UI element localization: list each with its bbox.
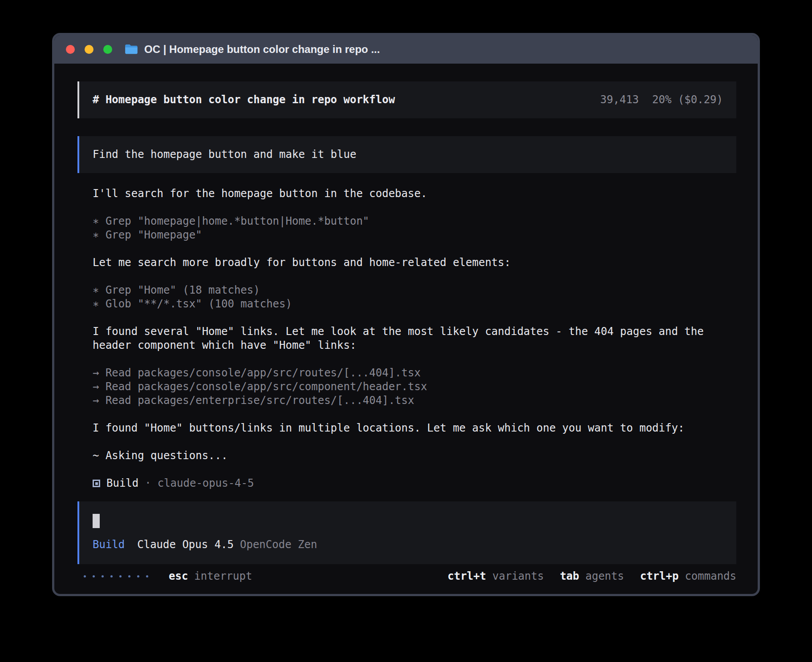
composer-model: Claude Opus 4.5 [137, 538, 234, 551]
spinner-dot [84, 575, 86, 577]
tool-call-grep: ∗ Grep "Home" (18 matches) [93, 283, 736, 297]
shortcut-key: tab [560, 569, 579, 583]
shortcut-variants: ctrl+t variants [447, 569, 544, 583]
prompt-input[interactable]: BuildClaude Opus 4.5OpenCode Zen [77, 501, 736, 564]
shortcut-esc: esc interrupt [169, 569, 252, 583]
terminal-window: OC | Homepage button color change in rep… [52, 33, 760, 596]
spinner-dot [137, 575, 139, 577]
spinner-dot [146, 575, 148, 577]
spinner [84, 575, 148, 577]
session-title: # Homepage button color change in repo w… [93, 93, 395, 107]
agent-name: Build [106, 476, 138, 490]
agent-icon [93, 480, 100, 487]
spinner-dot [128, 575, 130, 577]
shortcut-agents: tab agents [560, 569, 624, 583]
tool-call-glob: ∗ Glob "**/*.tsx" (100 matches) [93, 297, 736, 311]
tool-call-grep: ∗ Grep "Homepage" [93, 228, 736, 242]
tool-call-grep: ∗ Grep "homepage|home.*button|Home.*butt… [93, 214, 736, 228]
tool-call-read: → Read packages/console/app/src/routes/[… [93, 366, 736, 380]
traffic-lights [66, 45, 112, 54]
composer-agent: Build [93, 538, 125, 551]
composer-model-line: BuildClaude Opus 4.5OpenCode Zen [93, 538, 723, 552]
window-title: OC | Homepage button color change in rep… [144, 43, 380, 56]
composer-provider: OpenCode Zen [240, 538, 317, 551]
transcript[interactable]: I'll search for the homepage button in t… [93, 187, 736, 463]
token-count: 39,413 [600, 93, 639, 107]
folder-icon [125, 44, 138, 55]
shortcut-label: agents [585, 569, 624, 583]
text-cursor [93, 514, 100, 528]
spinner-dot [93, 575, 95, 577]
session-header: # Homepage button color change in repo w… [77, 81, 736, 118]
shortcut-key: ctrl+t [447, 569, 486, 583]
statusbar-shortcuts: ctrl+t variants tab agents ctrl+p comman… [447, 569, 736, 583]
assistant-text: Let me search more broadly for buttons a… [93, 256, 736, 270]
assistant-text: I found several "Home" links. Let me loo… [93, 325, 736, 352]
user-message: Find the homepage button and make it blu… [77, 136, 736, 173]
assistant-text: I found "Home" buttons/links in multiple… [93, 421, 736, 435]
shortcut-commands: ctrl+p commands [640, 569, 736, 583]
context-usage: 20% ($0.29) [652, 93, 723, 107]
zoom-button[interactable] [103, 45, 112, 54]
agent-model: claude-opus-4-5 [158, 476, 254, 490]
close-button[interactable] [66, 45, 75, 54]
user-message-text: Find the homepage button and make it blu… [93, 148, 356, 161]
shortcut-key: ctrl+p [640, 569, 679, 583]
session-stats: 39,413 20% ($0.29) [600, 93, 723, 107]
shortcut-label: commands [685, 569, 736, 583]
titlebar[interactable]: OC | Homepage button color change in rep… [54, 35, 758, 64]
shortcut-label: variants [492, 569, 544, 583]
tool-call-read: → Read packages/enterprise/src/routes/[.… [93, 394, 736, 408]
assistant-text: I'll search for the homepage button in t… [93, 187, 736, 201]
spinner-dot [110, 575, 113, 577]
agent-status-line: Build · claude-opus-4-5 [93, 476, 736, 490]
agent-separator: · [145, 476, 151, 490]
statusbar: esc interrupt ctrl+t variants tab agents… [77, 569, 736, 583]
shortcut-label: interrupt [194, 569, 252, 583]
terminal-content: # Homepage button color change in repo w… [54, 64, 758, 594]
minimize-button[interactable] [85, 45, 93, 54]
spinner-dot [102, 575, 104, 577]
spinner-dot [119, 575, 122, 577]
tool-call-read: → Read packages/console/app/src/componen… [93, 380, 736, 394]
shortcut-key: esc [169, 569, 188, 583]
status-asking-questions: ~ Asking questions... [93, 449, 736, 463]
